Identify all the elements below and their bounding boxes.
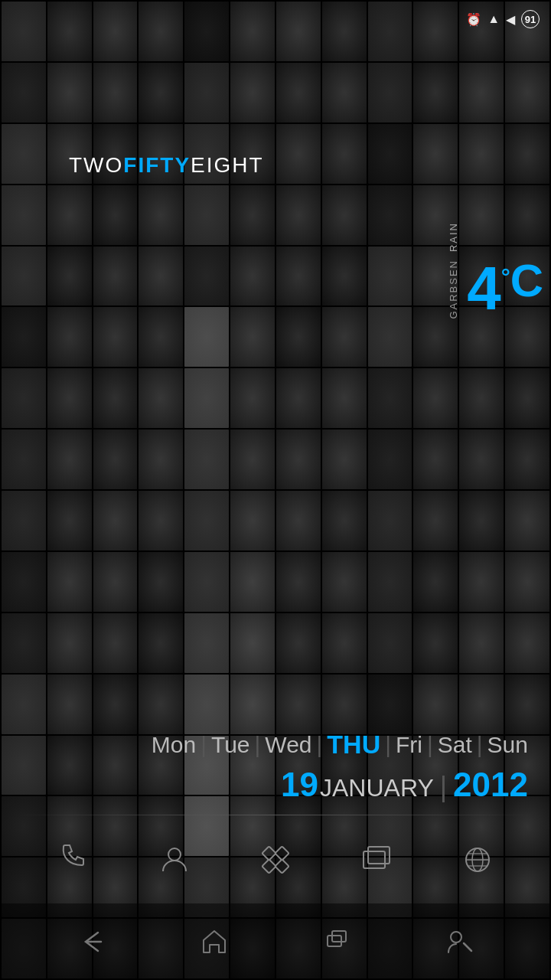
svg-rect-5 xyxy=(364,851,385,868)
nav-back[interactable] xyxy=(71,921,113,963)
weather-info-row: RAIN GARBSEN 4 ° C xyxy=(448,222,543,319)
dock-multitask[interactable] xyxy=(352,835,402,884)
title-suffix: EIGHT xyxy=(191,153,264,178)
day-thu-active: THU xyxy=(327,730,380,760)
temp-degree: ° xyxy=(501,266,510,289)
title-highlight: FIFTY xyxy=(123,153,191,178)
phone-icon xyxy=(54,841,93,879)
browser-icon xyxy=(458,841,497,879)
date-year: 2012 xyxy=(453,766,528,804)
sep-2: | xyxy=(255,732,261,758)
svg-rect-1 xyxy=(262,846,276,860)
svg-point-14 xyxy=(451,932,461,942)
temp-unit: C xyxy=(510,258,543,304)
svg-rect-3 xyxy=(262,859,276,873)
nav-search[interactable] xyxy=(439,921,481,963)
date-section: Mon | Tue | Wed | THU | Fri | Sat | Sun … xyxy=(0,730,551,804)
dock-phone[interactable] xyxy=(49,835,99,884)
temp-number: 4 xyxy=(467,258,501,319)
nav-recents[interactable] xyxy=(316,921,358,963)
svg-rect-6 xyxy=(368,847,390,864)
title-prefix: TWO xyxy=(69,153,123,178)
wifi-icon: ▲ xyxy=(487,12,500,26)
nav-home[interactable] xyxy=(194,921,236,963)
weather-text-group: RAIN GARBSEN xyxy=(448,222,459,319)
weather-temperature: 4 ° C xyxy=(467,258,543,319)
sep-3: | xyxy=(317,732,323,758)
signal-icon: ◀ xyxy=(506,12,515,27)
dock-apps[interactable] xyxy=(251,835,301,884)
sep-4: | xyxy=(385,732,391,758)
alarm-icon: ⏰ xyxy=(466,12,481,27)
contacts-icon xyxy=(155,841,194,879)
date-separator: | xyxy=(440,771,447,803)
dock xyxy=(0,815,551,903)
date-month: JANUARY xyxy=(320,774,434,802)
day-sat: Sat xyxy=(438,732,472,758)
back-icon xyxy=(77,926,107,957)
apps-icon xyxy=(256,841,295,879)
app-title: TWO FIFTY EIGHT xyxy=(69,153,264,178)
nav-bar xyxy=(0,903,551,980)
weather-condition: RAIN xyxy=(448,222,459,252)
day-sun: Sun xyxy=(487,732,528,758)
day-wed: Wed xyxy=(265,732,311,758)
dock-browser[interactable] xyxy=(453,835,503,884)
multitask-icon xyxy=(357,841,396,879)
weather-city: GARBSEN xyxy=(448,260,459,319)
sep-6: | xyxy=(477,732,483,758)
day-row: Mon | Tue | Wed | THU | Fri | Sat | Sun xyxy=(0,730,528,760)
date-number: 19 xyxy=(281,766,318,804)
battery-indicator: 91 xyxy=(521,10,540,28)
day-mon: Mon xyxy=(152,732,196,758)
status-bar: ⏰ ▲ ◀ 91 xyxy=(0,0,551,38)
svg-point-0 xyxy=(168,848,181,861)
sep-1: | xyxy=(201,732,207,758)
sep-5: | xyxy=(427,732,433,758)
dock-contacts[interactable] xyxy=(150,835,200,884)
day-fri: Fri xyxy=(396,732,422,758)
svg-rect-4 xyxy=(275,859,289,873)
home-icon xyxy=(199,926,230,957)
recents-icon xyxy=(321,926,352,957)
date-row: 19 JANUARY | 2012 xyxy=(0,766,528,804)
weather-widget: RAIN GARBSEN 4 ° C xyxy=(448,222,543,319)
search-nav-icon xyxy=(444,926,474,957)
day-tue: Tue xyxy=(211,732,250,758)
svg-rect-2 xyxy=(275,846,289,860)
